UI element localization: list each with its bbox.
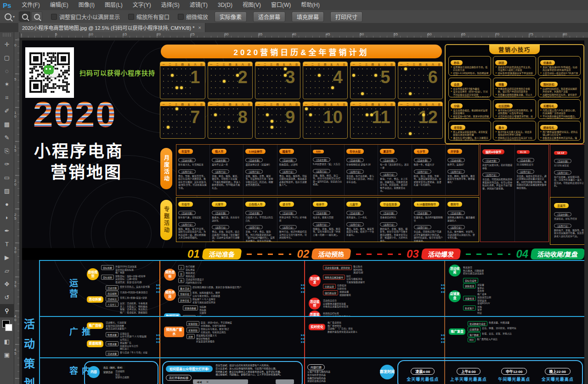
- close-icon[interactable]: ✕: [206, 380, 209, 384]
- bullet-icon: ➤: [451, 72, 452, 76]
- menu-item[interactable]: 编辑(E): [45, 2, 74, 8]
- move-tool[interactable]: ✛: [0, 38, 14, 51]
- festival-name: 11.11: [517, 150, 530, 154]
- open-rate-bullet: 槽点碰撞式：巧踩痛点、更能打动人心，让人不禁莞尔转发共鸣。: [215, 373, 282, 376]
- menu-item[interactable]: 窗口(W): [266, 2, 296, 8]
- mindmap-badge: 活动收尾: [449, 265, 461, 277]
- marquee-tool[interactable]: ▢: [0, 51, 14, 64]
- mini-window-fragment[interactable]: ◀◀ ✕: [193, 379, 248, 384]
- zoom-tool-preset[interactable]: ▾: [0, 12, 19, 21]
- festival-name: 毕业狂欢季: [380, 202, 400, 207]
- hand-tool[interactable]: ✥: [0, 277, 14, 291]
- left-title-char: 划: [24, 374, 35, 384]
- pen-tool[interactable]: ✒: [0, 224, 14, 237]
- menu-bar: Ps 文件(F)编辑(E)图像(I)图层(L)文字(Y)选择(S)滤镜(T)3D…: [0, 0, 588, 11]
- branch-line: 渠道回流：裂变/会员/社群: [115, 281, 146, 284]
- menu-item[interactable]: 3D(D): [213, 2, 237, 8]
- menu-item[interactable]: 文件(F): [17, 2, 45, 8]
- flow-arrows-icon: ➤➤ ➤➤ ➤➤: [300, 283, 308, 294]
- clone-stamp-tool[interactable]: ⎘: [0, 144, 14, 158]
- branch-line: 兑换率: [199, 311, 206, 315]
- weekday-label: 一: [305, 102, 307, 106]
- tip-line-text: 用户晒单返现/赠积分玩法，提升店铺口碑与信任背书: [543, 130, 578, 136]
- color-swatches[interactable]: [0, 319, 14, 335]
- shape-tool[interactable]: ▱: [0, 264, 14, 277]
- menu-item[interactable]: 滤镜(T): [185, 2, 213, 8]
- options-button[interactable]: 适合屏幕: [253, 11, 285, 22]
- festival-name: 踏青节: [279, 149, 294, 154]
- branch-label: 客户数据: [468, 332, 481, 337]
- brush-tool[interactable]: ✎: [0, 131, 14, 144]
- eyedropper-tool[interactable]: ✐: [0, 104, 14, 118]
- weekday-label: 六: [242, 62, 244, 66]
- document-canvas[interactable]: 扫码可以获得小程序扶持 2020 小程序电商 营销地图 2020营销日历&全年营…: [19, 38, 588, 384]
- menu-item[interactable]: 文字(Y): [128, 2, 156, 8]
- background-color-swatch[interactable]: [5, 324, 12, 331]
- polish-oval: 内容打磨: [307, 364, 325, 370]
- path-selection-tool[interactable]: ▶: [0, 251, 14, 264]
- quick-mask-button[interactable]: ◧: [0, 335, 14, 348]
- magic-wand-tool[interactable]: ✶: [0, 78, 14, 91]
- ruler-number: 10: [89, 32, 93, 36]
- menu-item[interactable]: 帮助(H): [296, 2, 325, 8]
- gradient-tool[interactable]: ▨: [0, 184, 14, 198]
- crop-tool[interactable]: ⌗: [0, 91, 14, 104]
- open-rate-pill: 如何提高公众号图文打开率!: [166, 366, 213, 372]
- menu-item[interactable]: 选择(S): [156, 2, 185, 8]
- festival-card: 年俗节（活动主题）新年新气象，全新起航（适用行业）服饰、家居、电子产品等，迎新可…: [176, 198, 210, 242]
- branch-line: 借助公众号推送，图文/预订: [201, 328, 229, 331]
- branch-line: 提前预告爆款与优惠，发放定金/膨胀券锁定用户: [192, 286, 241, 289]
- checkbox-icon[interactable]: [128, 14, 134, 20]
- dodge-tool[interactable]: ◗: [0, 211, 14, 224]
- option-checkbox[interactable]: 缩放所有窗口: [128, 13, 170, 21]
- tip-line-text: 发放门槛券满100-50等梯度，拉动商品客单提升/提升凑单连带: [543, 66, 578, 72]
- rewind-icon[interactable]: ◀◀: [197, 380, 202, 384]
- menu-items: 文件(F)编辑(E)图像(I)图层(L)文字(Y)选择(S)滤镜(T)3D(D)…: [17, 0, 325, 10]
- checkbox-icon[interactable]: [51, 14, 57, 20]
- tip-line-text: 收集真实买家秀素材沉淀内容，强化商品种草效果: [543, 136, 578, 141]
- timeline-time-pill: 晚上22:00: [545, 368, 571, 375]
- checkbox-icon[interactable]: [178, 14, 184, 20]
- branch-line: 社群转化: [337, 287, 346, 290]
- type-tool[interactable]: T: [0, 237, 14, 251]
- left-title-char: 动: [24, 335, 35, 351]
- bullet-icon: ➤: [540, 87, 542, 93]
- bullet-icon: ➤: [495, 66, 497, 72]
- weekday-label: 六: [194, 62, 196, 66]
- menu-item[interactable]: 图像(I): [74, 2, 100, 8]
- eraser-tool[interactable]: ▭: [0, 171, 14, 184]
- branch-label: 常规手段: [178, 291, 191, 296]
- options-button[interactable]: 打印尺寸: [330, 11, 362, 22]
- menu-item[interactable]: 视图(V): [237, 2, 266, 8]
- industry-tag: （适用行业）: [447, 225, 465, 229]
- branch-line: 推广成本: [477, 293, 486, 296]
- screen-mode-button[interactable]: ▣: [0, 348, 14, 361]
- open-rate-bullet: 列举数字式：数字在标题中让人感觉更具真实性，易于记忆传播。: [215, 370, 282, 373]
- branch-line: 分销激励，分销专属佣金: [201, 324, 232, 328]
- history-brush-tool[interactable]: ✑: [0, 158, 14, 171]
- branch-line: 签到、加购收藏有礼、晒单: [192, 291, 220, 294]
- checkbox-label: 调整窗口大小以满屏显示: [59, 13, 120, 21]
- zoom-out-button[interactable]: −: [31, 11, 42, 22]
- festival-industry: 保健品、美妆、服饰、鲜花等，宣传主题可以是『世界上唯一的她——献礼她』。: [313, 227, 342, 237]
- menu-item[interactable]: 图层(L): [100, 2, 128, 8]
- mindmap-badge: 预热目标: [164, 269, 176, 281]
- branch-label: 新客获取: [187, 321, 199, 326]
- tab-close-icon[interactable]: ×: [198, 25, 201, 30]
- december-12-12-box: 12.12（活动主题）12.12年末狂欢（适用行业）各行业商家，延续双11热度，…: [550, 144, 584, 198]
- zoom-in-button[interactable]: +: [19, 11, 30, 22]
- branch-line: 领券数: [199, 305, 206, 309]
- options-button[interactable]: 实际像素: [215, 11, 247, 22]
- rotate-view-tool[interactable]: ↺: [0, 291, 14, 304]
- healing-brush-tool[interactable]: ▩: [0, 118, 14, 131]
- panel-grip[interactable]: [3, 33, 11, 37]
- bullet-icon: ➤: [451, 90, 452, 96]
- blur-tool[interactable]: ●: [0, 198, 14, 211]
- options-button[interactable]: 填充屏幕: [292, 11, 324, 22]
- mindmap-badge: 活动拆解: [87, 296, 103, 303]
- zoom-tool[interactable]: ⚲: [0, 304, 14, 317]
- option-checkbox[interactable]: 细微缩放: [178, 13, 208, 21]
- document-tab[interactable]: 2020小程序电商营销地图.jpg @ 12.5% (扫码可以获得小程序扶持, …: [18, 23, 205, 32]
- option-checkbox[interactable]: 调整窗口大小以满屏显示: [51, 13, 120, 21]
- lasso-tool[interactable]: ◌: [0, 64, 14, 78]
